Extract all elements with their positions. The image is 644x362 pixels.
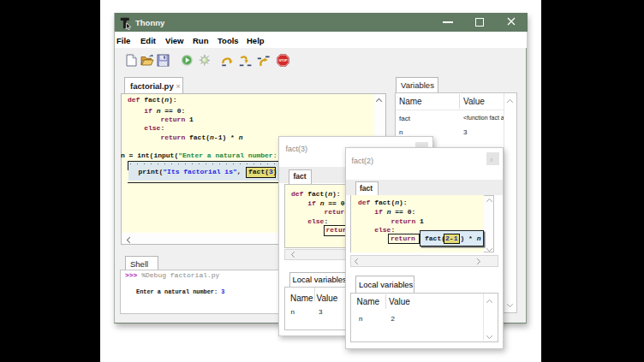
- svg-text:STOP: STOP: [279, 59, 288, 62]
